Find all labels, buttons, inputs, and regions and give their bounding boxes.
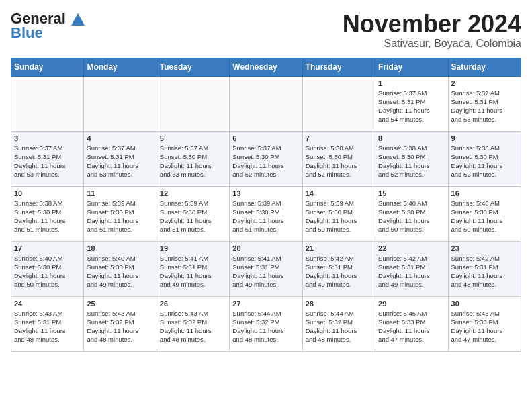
day-number: 2 [451, 79, 518, 87]
day-number: 21 [306, 244, 372, 253]
day-number: 22 [378, 244, 445, 253]
week-row-3: 10Sunrise: 5:38 AM Sunset: 5:30 PM Dayli… [11, 186, 521, 241]
day-number: 5 [160, 134, 226, 142]
week-row-4: 17Sunrise: 5:40 AM Sunset: 5:30 PM Dayli… [11, 241, 521, 296]
day-number: 18 [87, 244, 153, 253]
col-friday: Friday [375, 58, 448, 76]
page: General Blue November 2024 Sativasur, Bo… [0, 0, 532, 363]
day-number: 23 [451, 244, 518, 253]
cell-w5-d6: 29Sunrise: 5:45 AM Sunset: 5:33 PM Dayli… [375, 296, 448, 351]
day-number: 19 [160, 244, 226, 253]
col-wednesday: Wednesday [230, 58, 302, 76]
week-row-1: 1Sunrise: 5:37 AM Sunset: 5:31 PM Daylig… [11, 76, 521, 131]
day-info: Sunrise: 5:41 AM Sunset: 5:31 PM Dayligh… [232, 254, 299, 289]
col-thursday: Thursday [302, 58, 375, 76]
cell-w4-d6: 22Sunrise: 5:42 AM Sunset: 5:31 PM Dayli… [375, 241, 448, 296]
day-number: 12 [160, 189, 226, 197]
day-number: 15 [378, 189, 445, 197]
cell-w2-d5: 7Sunrise: 5:38 AM Sunset: 5:30 PM Daylig… [302, 131, 375, 186]
day-number: 25 [87, 300, 153, 308]
logo: General Blue [11, 11, 85, 42]
day-number: 10 [14, 189, 81, 197]
cell-w3-d7: 16Sunrise: 5:40 AM Sunset: 5:30 PM Dayli… [448, 186, 521, 241]
cell-w1-d1 [11, 76, 84, 131]
day-info: Sunrise: 5:45 AM Sunset: 5:33 PM Dayligh… [378, 309, 445, 345]
day-info: Sunrise: 5:37 AM Sunset: 5:31 PM Dayligh… [378, 89, 445, 124]
cell-w4-d5: 21Sunrise: 5:42 AM Sunset: 5:31 PM Dayli… [302, 241, 375, 296]
cell-w3-d4: 13Sunrise: 5:39 AM Sunset: 5:30 PM Dayli… [230, 186, 302, 241]
month-title: November 2024 [343, 11, 521, 38]
cell-w4-d2: 18Sunrise: 5:40 AM Sunset: 5:30 PM Dayli… [84, 241, 157, 296]
calendar-table: Sunday Monday Tuesday Wednesday Thursday… [11, 58, 521, 352]
cell-w3-d2: 11Sunrise: 5:39 AM Sunset: 5:30 PM Dayli… [84, 186, 157, 241]
cell-w2-d4: 6Sunrise: 5:37 AM Sunset: 5:30 PM Daylig… [230, 131, 302, 186]
cell-w2-d1: 3Sunrise: 5:37 AM Sunset: 5:31 PM Daylig… [11, 131, 84, 186]
day-info: Sunrise: 5:40 AM Sunset: 5:30 PM Dayligh… [378, 199, 445, 234]
day-number: 26 [160, 300, 226, 308]
cell-w1-d6: 1Sunrise: 5:37 AM Sunset: 5:31 PM Daylig… [375, 76, 448, 131]
cell-w1-d3 [157, 76, 229, 131]
cell-w1-d4 [230, 76, 302, 131]
day-info: Sunrise: 5:43 AM Sunset: 5:31 PM Dayligh… [14, 309, 81, 345]
day-number: 17 [14, 244, 81, 253]
day-number: 7 [306, 134, 372, 142]
day-number: 1 [378, 79, 445, 87]
day-info: Sunrise: 5:38 AM Sunset: 5:30 PM Dayligh… [378, 144, 445, 179]
day-info: Sunrise: 5:37 AM Sunset: 5:30 PM Dayligh… [232, 144, 299, 179]
day-number: 16 [451, 189, 518, 197]
cell-w4-d1: 17Sunrise: 5:40 AM Sunset: 5:30 PM Dayli… [11, 241, 84, 296]
day-number: 6 [232, 134, 299, 142]
cell-w3-d3: 12Sunrise: 5:39 AM Sunset: 5:30 PM Dayli… [157, 186, 229, 241]
day-info: Sunrise: 5:43 AM Sunset: 5:32 PM Dayligh… [160, 309, 226, 345]
day-info: Sunrise: 5:44 AM Sunset: 5:32 PM Dayligh… [306, 309, 372, 345]
location-subtitle: Sativasur, Boyaca, Colombia [343, 38, 521, 50]
day-info: Sunrise: 5:38 AM Sunset: 5:30 PM Dayligh… [306, 144, 372, 179]
day-info: Sunrise: 5:39 AM Sunset: 5:30 PM Dayligh… [87, 199, 153, 234]
header: General Blue November 2024 Sativasur, Bo… [11, 11, 521, 50]
cell-w5-d7: 30Sunrise: 5:45 AM Sunset: 5:33 PM Dayli… [448, 296, 521, 351]
day-number: 3 [14, 134, 81, 142]
day-number: 28 [306, 300, 372, 308]
col-tuesday: Tuesday [157, 58, 229, 76]
day-info: Sunrise: 5:39 AM Sunset: 5:30 PM Dayligh… [232, 199, 299, 234]
col-sunday: Sunday [11, 58, 84, 76]
svg-marker-0 [71, 13, 85, 26]
day-info: Sunrise: 5:37 AM Sunset: 5:31 PM Dayligh… [14, 144, 81, 179]
logo-blue: Blue [11, 24, 43, 42]
day-info: Sunrise: 5:39 AM Sunset: 5:30 PM Dayligh… [160, 199, 226, 234]
cell-w3-d5: 14Sunrise: 5:39 AM Sunset: 5:30 PM Dayli… [302, 186, 375, 241]
cell-w4-d3: 19Sunrise: 5:41 AM Sunset: 5:31 PM Dayli… [157, 241, 229, 296]
header-row: Sunday Monday Tuesday Wednesday Thursday… [11, 58, 521, 76]
day-info: Sunrise: 5:44 AM Sunset: 5:32 PM Dayligh… [232, 309, 299, 345]
cell-w1-d2 [84, 76, 157, 131]
week-row-5: 24Sunrise: 5:43 AM Sunset: 5:31 PM Dayli… [11, 296, 521, 351]
day-info: Sunrise: 5:37 AM Sunset: 5:31 PM Dayligh… [87, 144, 153, 179]
cell-w5-d1: 24Sunrise: 5:43 AM Sunset: 5:31 PM Dayli… [11, 296, 84, 351]
day-info: Sunrise: 5:38 AM Sunset: 5:30 PM Dayligh… [451, 144, 518, 179]
col-saturday: Saturday [448, 58, 521, 76]
day-number: 14 [306, 189, 372, 197]
cell-w1-d5 [302, 76, 375, 131]
day-info: Sunrise: 5:42 AM Sunset: 5:31 PM Dayligh… [306, 254, 372, 289]
cell-w1-d7: 2Sunrise: 5:37 AM Sunset: 5:31 PM Daylig… [448, 76, 521, 131]
day-info: Sunrise: 5:41 AM Sunset: 5:31 PM Dayligh… [160, 254, 226, 289]
cell-w5-d4: 27Sunrise: 5:44 AM Sunset: 5:32 PM Dayli… [230, 296, 302, 351]
cell-w5-d2: 25Sunrise: 5:43 AM Sunset: 5:32 PM Dayli… [84, 296, 157, 351]
cell-w4-d4: 20Sunrise: 5:41 AM Sunset: 5:31 PM Dayli… [230, 241, 302, 296]
day-number: 9 [451, 134, 518, 142]
day-number: 29 [378, 300, 445, 308]
cell-w5-d5: 28Sunrise: 5:44 AM Sunset: 5:32 PM Dayli… [302, 296, 375, 351]
day-info: Sunrise: 5:42 AM Sunset: 5:31 PM Dayligh… [451, 254, 518, 289]
day-number: 30 [451, 300, 518, 308]
day-info: Sunrise: 5:45 AM Sunset: 5:33 PM Dayligh… [451, 309, 518, 345]
col-monday: Monday [84, 58, 157, 76]
cell-w2-d3: 5Sunrise: 5:37 AM Sunset: 5:30 PM Daylig… [157, 131, 229, 186]
day-number: 24 [14, 300, 81, 308]
day-info: Sunrise: 5:40 AM Sunset: 5:30 PM Dayligh… [451, 199, 518, 234]
cell-w2-d7: 9Sunrise: 5:38 AM Sunset: 5:30 PM Daylig… [448, 131, 521, 186]
day-number: 27 [232, 300, 299, 308]
day-info: Sunrise: 5:37 AM Sunset: 5:31 PM Dayligh… [451, 89, 518, 124]
day-number: 8 [378, 134, 445, 142]
day-info: Sunrise: 5:38 AM Sunset: 5:30 PM Dayligh… [14, 199, 81, 234]
cell-w2-d6: 8Sunrise: 5:38 AM Sunset: 5:30 PM Daylig… [375, 131, 448, 186]
